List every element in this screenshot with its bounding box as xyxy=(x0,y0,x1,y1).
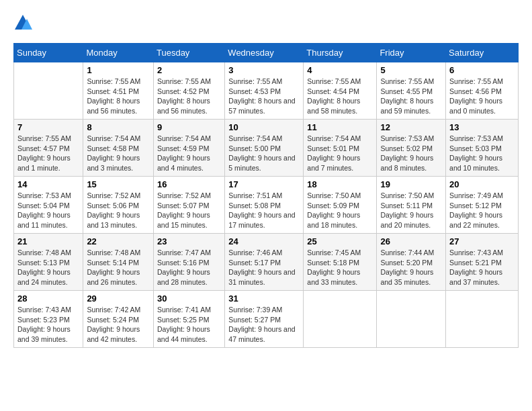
day-number: 8 xyxy=(87,122,150,132)
daylight-label: Daylight: 9 hours and 44 minutes. xyxy=(157,325,210,343)
day-number: 11 xyxy=(307,122,373,132)
day-number: 3 xyxy=(228,65,300,75)
sunrise-label: Sunrise: 7:55 AM xyxy=(307,77,361,85)
daylight-label: Daylight: 9 hours and 20 minutes. xyxy=(380,211,433,229)
calendar-cell: 29 Sunrise: 7:42 AM Sunset: 5:24 PM Dayl… xyxy=(83,291,154,348)
day-number: 22 xyxy=(87,236,150,246)
day-number: 15 xyxy=(87,179,150,189)
sunrise-label: Sunrise: 7:55 AM xyxy=(157,77,211,85)
calendar-cell: 6 Sunrise: 7:55 AM Sunset: 4:56 PM Dayli… xyxy=(446,62,519,120)
sunset-label: Sunset: 5:07 PM xyxy=(157,201,210,210)
calendar-cell xyxy=(304,291,377,348)
sunrise-label: Sunrise: 7:43 AM xyxy=(17,306,71,314)
calendar-week-row: 14 Sunrise: 7:53 AM Sunset: 5:04 PM Dayl… xyxy=(14,177,519,234)
calendar-cell: 30 Sunrise: 7:41 AM Sunset: 5:25 PM Dayl… xyxy=(153,291,224,348)
daylight-label: Daylight: 9 hours and 15 minutes. xyxy=(157,211,210,229)
calendar-cell: 31 Sunrise: 7:39 AM Sunset: 5:27 PM Dayl… xyxy=(225,291,304,348)
calendar-cell xyxy=(377,291,446,348)
day-number: 12 xyxy=(380,122,442,132)
sunset-label: Sunset: 5:06 PM xyxy=(87,201,139,210)
sunrise-label: Sunrise: 7:55 AM xyxy=(449,77,503,85)
day-info: Sunrise: 7:42 AM Sunset: 5:24 PM Dayligh… xyxy=(87,305,150,345)
sunset-label: Sunset: 4:51 PM xyxy=(87,87,139,95)
sunset-label: Sunset: 5:25 PM xyxy=(157,316,210,324)
calendar-cell xyxy=(446,291,519,348)
weekday-header-monday: Monday xyxy=(83,44,154,62)
day-info: Sunrise: 7:45 AM Sunset: 5:18 PM Dayligh… xyxy=(307,248,373,287)
sunrise-label: Sunrise: 7:54 AM xyxy=(87,134,140,142)
day-info: Sunrise: 7:52 AM Sunset: 5:06 PM Dayligh… xyxy=(87,191,150,230)
sunset-label: Sunset: 4:59 PM xyxy=(157,144,210,152)
day-info: Sunrise: 7:52 AM Sunset: 5:07 PM Dayligh… xyxy=(157,191,221,230)
day-number: 5 xyxy=(380,65,442,75)
day-number: 26 xyxy=(380,236,442,246)
sunset-label: Sunset: 5:18 PM xyxy=(307,259,359,267)
daylight-label: Daylight: 8 hours and 59 minutes. xyxy=(380,97,433,115)
sunset-label: Sunset: 4:56 PM xyxy=(449,87,502,95)
weekday-header-sunday: Sunday xyxy=(14,44,83,62)
calendar-cell: 22 Sunrise: 7:48 AM Sunset: 5:14 PM Dayl… xyxy=(83,234,154,291)
day-number: 17 xyxy=(228,179,300,189)
sunrise-label: Sunrise: 7:41 AM xyxy=(157,306,211,314)
sunset-label: Sunset: 5:23 PM xyxy=(17,316,70,324)
daylight-label: Daylight: 9 hours and 11 minutes. xyxy=(17,211,71,229)
sunrise-label: Sunrise: 7:53 AM xyxy=(380,134,434,142)
daylight-label: Daylight: 8 hours and 57 minutes. xyxy=(228,97,295,115)
day-info: Sunrise: 7:43 AM Sunset: 5:21 PM Dayligh… xyxy=(449,248,515,287)
day-number: 13 xyxy=(449,122,515,132)
sunrise-label: Sunrise: 7:55 AM xyxy=(380,77,434,85)
sunrise-label: Sunrise: 7:46 AM xyxy=(228,248,282,257)
day-info: Sunrise: 7:50 AM Sunset: 5:09 PM Dayligh… xyxy=(307,191,373,230)
daylight-label: Daylight: 9 hours and 37 minutes. xyxy=(449,268,502,286)
daylight-label: Daylight: 9 hours and 8 minutes. xyxy=(380,154,433,172)
day-number: 20 xyxy=(449,179,515,189)
weekday-header-tuesday: Tuesday xyxy=(153,44,224,62)
day-info: Sunrise: 7:55 AM Sunset: 4:53 PM Dayligh… xyxy=(228,77,300,116)
day-info: Sunrise: 7:41 AM Sunset: 5:25 PM Dayligh… xyxy=(157,305,221,345)
day-info: Sunrise: 7:55 AM Sunset: 4:51 PM Dayligh… xyxy=(87,77,150,116)
calendar-cell: 9 Sunrise: 7:54 AM Sunset: 4:59 PM Dayli… xyxy=(153,120,224,177)
calendar-week-row: 21 Sunrise: 7:48 AM Sunset: 5:13 PM Dayl… xyxy=(14,234,519,291)
weekday-header-saturday: Saturday xyxy=(446,44,519,62)
calendar-cell: 18 Sunrise: 7:50 AM Sunset: 5:09 PM Dayl… xyxy=(304,177,377,234)
sunset-label: Sunset: 5:04 PM xyxy=(17,201,70,210)
day-info: Sunrise: 7:55 AM Sunset: 4:54 PM Dayligh… xyxy=(307,77,373,116)
day-info: Sunrise: 7:48 AM Sunset: 5:13 PM Dayligh… xyxy=(17,248,79,287)
logo-icon xyxy=(13,13,32,32)
sunrise-label: Sunrise: 7:53 AM xyxy=(17,191,71,199)
sunrise-label: Sunrise: 7:50 AM xyxy=(380,191,434,199)
calendar-cell: 24 Sunrise: 7:46 AM Sunset: 5:17 PM Dayl… xyxy=(225,234,304,291)
day-info: Sunrise: 7:44 AM Sunset: 5:20 PM Dayligh… xyxy=(380,248,442,287)
day-info: Sunrise: 7:55 AM Sunset: 4:52 PM Dayligh… xyxy=(157,77,221,116)
daylight-label: Daylight: 9 hours and 13 minutes. xyxy=(87,211,140,229)
sunrise-label: Sunrise: 7:48 AM xyxy=(17,248,71,257)
sunset-label: Sunset: 5:20 PM xyxy=(380,259,433,267)
day-number: 19 xyxy=(380,179,442,189)
sunrise-label: Sunrise: 7:52 AM xyxy=(157,191,211,199)
day-number: 6 xyxy=(449,65,515,75)
sunset-label: Sunset: 5:00 PM xyxy=(228,144,281,152)
daylight-label: Daylight: 9 hours and 17 minutes. xyxy=(228,211,295,229)
day-number: 18 xyxy=(307,179,373,189)
sunrise-label: Sunrise: 7:48 AM xyxy=(87,248,140,257)
day-info: Sunrise: 7:54 AM Sunset: 5:01 PM Dayligh… xyxy=(307,134,373,173)
sunset-label: Sunset: 5:08 PM xyxy=(228,201,281,210)
day-info: Sunrise: 7:39 AM Sunset: 5:27 PM Dayligh… xyxy=(228,305,300,345)
daylight-label: Daylight: 9 hours and 4 minutes. xyxy=(157,154,210,172)
daylight-label: Daylight: 9 hours and 42 minutes. xyxy=(87,325,140,343)
calendar-cell: 16 Sunrise: 7:52 AM Sunset: 5:07 PM Dayl… xyxy=(153,177,224,234)
daylight-label: Daylight: 9 hours and 26 minutes. xyxy=(87,268,140,286)
daylight-label: Daylight: 9 hours and 24 minutes. xyxy=(17,268,71,286)
calendar-cell: 17 Sunrise: 7:51 AM Sunset: 5:08 PM Dayl… xyxy=(225,177,304,234)
sunrise-label: Sunrise: 7:55 AM xyxy=(228,77,282,85)
calendar-cell: 28 Sunrise: 7:43 AM Sunset: 5:23 PM Dayl… xyxy=(14,291,83,348)
daylight-label: Daylight: 9 hours and 31 minutes. xyxy=(228,268,295,286)
sunset-label: Sunset: 4:58 PM xyxy=(87,144,139,152)
day-info: Sunrise: 7:54 AM Sunset: 5:00 PM Dayligh… xyxy=(228,134,300,173)
sunset-label: Sunset: 5:17 PM xyxy=(228,259,281,267)
day-info: Sunrise: 7:43 AM Sunset: 5:23 PM Dayligh… xyxy=(17,305,79,345)
calendar-cell: 2 Sunrise: 7:55 AM Sunset: 4:52 PM Dayli… xyxy=(153,62,224,120)
sunset-label: Sunset: 5:11 PM xyxy=(380,201,433,210)
calendar-cell: 19 Sunrise: 7:50 AM Sunset: 5:11 PM Dayl… xyxy=(377,177,446,234)
sunset-label: Sunset: 5:09 PM xyxy=(307,201,359,210)
